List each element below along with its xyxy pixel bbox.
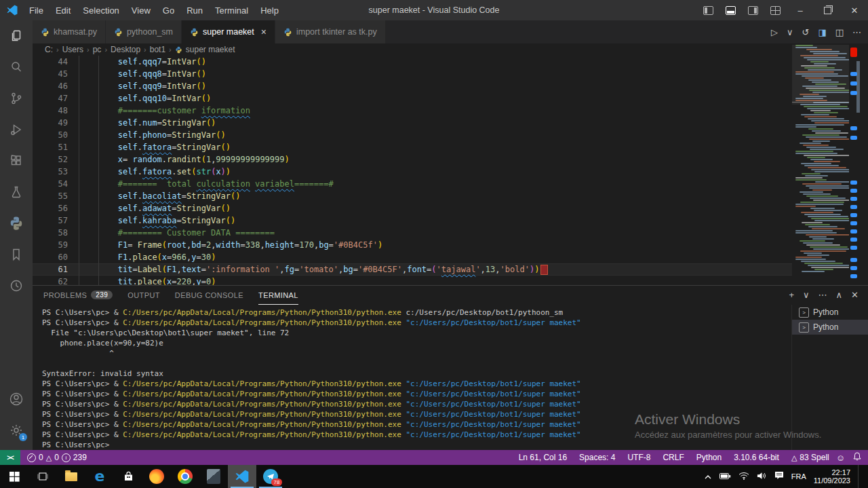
close-button[interactable]: ✕ bbox=[841, 0, 868, 20]
breadcrumb[interactable]: C:›Users›pc›Desktop›bot1›super maeket bbox=[33, 43, 792, 56]
edge-icon[interactable]: e bbox=[85, 465, 114, 488]
status-item-83-spell[interactable]: △83 Spell bbox=[791, 453, 829, 462]
code-line[interactable]: 55 self.bacoliat=StringVar() bbox=[33, 190, 792, 202]
vscode-taskbar-icon[interactable] bbox=[228, 465, 256, 488]
menu-run[interactable]: Run bbox=[180, 5, 209, 16]
feedback-icon[interactable]: ☺ bbox=[836, 453, 845, 463]
timer-icon[interactable] bbox=[0, 270, 33, 301]
settings-gear-icon[interactable]: 1 bbox=[0, 415, 33, 446]
volume-icon[interactable] bbox=[757, 470, 767, 483]
menu-go[interactable]: Go bbox=[157, 5, 180, 16]
menu-terminal[interactable]: Terminal bbox=[209, 5, 254, 16]
panel-tab-debug-console[interactable]: DEBUG CONSOLE bbox=[175, 286, 243, 304]
code-line[interactable]: 54 #======= total culculation variabel==… bbox=[33, 178, 792, 190]
code-line[interactable]: 56 self.adawat=StringVar() bbox=[33, 202, 792, 214]
status-item-ln-61-col-16[interactable]: Ln 61, Col 16 bbox=[519, 453, 567, 462]
panel-tab-problems[interactable]: PROBLEMS239 bbox=[43, 286, 113, 304]
terminal-instance[interactable]: >Python bbox=[792, 305, 868, 320]
code-line[interactable]: 58 #======== Customer DATA ======== bbox=[33, 227, 792, 239]
breadcrumb-item[interactable]: super maeket bbox=[186, 45, 235, 54]
problems-status[interactable]: 0 △ 0 i 239 bbox=[27, 453, 87, 462]
task-view-button[interactable] bbox=[28, 465, 57, 488]
menu-edit[interactable]: Edit bbox=[50, 5, 77, 16]
run-button[interactable]: ▷ bbox=[771, 27, 778, 37]
panel-more-actions-icon[interactable]: ⋯ bbox=[818, 290, 827, 300]
code-line[interactable]: 47 self.qqq10=IntVar() bbox=[33, 92, 792, 105]
tab-close-icon[interactable]: × bbox=[261, 26, 267, 37]
toggle-panel-icon[interactable] bbox=[726, 6, 736, 15]
close-panel-icon[interactable]: ✕ bbox=[851, 290, 859, 300]
breadcrumb-item[interactable]: bot1 bbox=[150, 45, 165, 54]
code-line[interactable]: 45 self.qqq8=IntVar() bbox=[33, 68, 792, 80]
search-icon[interactable] bbox=[0, 52, 33, 83]
minimize-button[interactable]: – bbox=[787, 0, 814, 20]
menu-file[interactable]: File bbox=[23, 5, 50, 16]
toggle-secondary-sidebar-icon[interactable] bbox=[748, 6, 758, 15]
editor-tab[interactable]: pythoon_sm bbox=[106, 20, 182, 43]
battery-icon[interactable] bbox=[719, 470, 731, 483]
status-item-python[interactable]: Python bbox=[696, 453, 722, 462]
editor-tab[interactable]: khamsat.py bbox=[33, 20, 106, 43]
wifi-icon[interactable] bbox=[738, 470, 749, 483]
telegram-icon[interactable]: 78 bbox=[256, 465, 285, 488]
testing-icon[interactable] bbox=[0, 176, 33, 208]
minimap-slider[interactable] bbox=[792, 45, 849, 105]
code-line[interactable]: 62 tit.place(x=220,y=0) bbox=[33, 276, 792, 285]
timeline-icon[interactable]: ↺ bbox=[802, 27, 810, 37]
breadcrumb-item[interactable]: C: bbox=[45, 45, 53, 54]
code-line[interactable]: 60 F1.place(x=966,y=30) bbox=[33, 251, 792, 263]
code-line[interactable]: 48 #=======customer iformation bbox=[33, 105, 792, 117]
new-terminal-icon[interactable]: + bbox=[789, 290, 794, 300]
run-debug-icon[interactable] bbox=[0, 114, 33, 145]
notifications-bell-icon[interactable] bbox=[853, 452, 861, 463]
more-actions-icon[interactable]: ⋯ bbox=[852, 27, 861, 37]
status-item-3-10-6-64-bit[interactable]: 3.10.6 64-bit bbox=[734, 453, 779, 462]
code-line[interactable]: 44 self.qqq7=IntVar() bbox=[33, 56, 792, 68]
code-line[interactable]: 61 tit=Label(F1,text=':information ',fg=… bbox=[33, 263, 792, 276]
panel-tab-output[interactable]: OUTPUT bbox=[127, 286, 160, 304]
file-explorer-icon[interactable] bbox=[57, 465, 85, 488]
code-line[interactable]: 53 self.fatora.set(str(x)) bbox=[33, 166, 792, 178]
show-desktop-strip[interactable] bbox=[858, 465, 861, 488]
toggle-primary-sidebar-icon[interactable] bbox=[703, 6, 713, 15]
code-editor[interactable]: 44 self.qqq7=IntVar()45 self.qqq8=IntVar… bbox=[33, 56, 792, 285]
chrome-icon[interactable] bbox=[171, 465, 199, 488]
extensions-icon[interactable] bbox=[0, 145, 33, 176]
terminal-picker-icon[interactable]: ∨ bbox=[803, 290, 810, 300]
restore-button[interactable] bbox=[814, 0, 841, 20]
panel-tab-terminal[interactable]: TERMINAL bbox=[258, 286, 298, 305]
breadcrumb-item[interactable]: Users bbox=[62, 45, 83, 54]
tray-chevron-icon[interactable] bbox=[704, 470, 712, 483]
explorer-icon[interactable] bbox=[0, 20, 33, 52]
split-editor-icon[interactable]: ◫ bbox=[835, 27, 844, 37]
remote-indicator[interactable]: >< bbox=[0, 450, 20, 465]
code-line[interactable]: 59 F1= Frame(root,bd=2,width=338,height=… bbox=[33, 239, 792, 251]
minimap[interactable] bbox=[792, 45, 849, 285]
code-line[interactable]: 51 self.fatora=StringVar() bbox=[33, 141, 792, 153]
code-line[interactable]: 52 x= random.randint(1,99999999999999) bbox=[33, 153, 792, 166]
menu-view[interactable]: View bbox=[125, 5, 157, 16]
language-indicator[interactable]: FRA bbox=[791, 472, 806, 481]
photos-app-icon[interactable] bbox=[199, 465, 228, 488]
notification-center-icon[interactable] bbox=[774, 470, 784, 483]
code-line[interactable]: 46 self.qqq9=IntVar() bbox=[33, 80, 792, 92]
microsoft-store-icon[interactable] bbox=[114, 465, 142, 488]
customize-layout-icon[interactable] bbox=[770, 6, 781, 15]
status-item-spaces-4[interactable]: Spaces: 4 bbox=[579, 453, 615, 462]
terminal-instance[interactable]: >Python bbox=[792, 320, 868, 335]
status-item-utf-8[interactable]: UTF-8 bbox=[627, 453, 650, 462]
code-line[interactable]: 57 self.kahraba=StringVar() bbox=[33, 214, 792, 227]
breadcrumb-item[interactable]: pc bbox=[93, 45, 102, 54]
editor-tab[interactable]: super maeket× bbox=[182, 20, 275, 43]
accounts-icon[interactable] bbox=[0, 383, 33, 415]
maximize-panel-icon[interactable]: ∧ bbox=[836, 290, 843, 300]
start-button[interactable] bbox=[0, 465, 28, 488]
interactive-window-icon[interactable]: ◨ bbox=[818, 27, 826, 37]
terminal-output[interactable]: PS C:\Users\pc> & C:/Users/pc/AppData/Lo… bbox=[33, 305, 792, 451]
menu-help[interactable]: Help bbox=[254, 5, 285, 16]
code-line[interactable]: 49 self.num=StringVar() bbox=[33, 117, 792, 129]
editor-tab[interactable]: import tkinter as tk.py bbox=[275, 20, 386, 43]
breadcrumb-item[interactable]: Desktop bbox=[111, 45, 140, 54]
clock[interactable]: 22:17 11/09/2023 bbox=[814, 468, 850, 485]
firefox-icon[interactable] bbox=[142, 465, 171, 488]
